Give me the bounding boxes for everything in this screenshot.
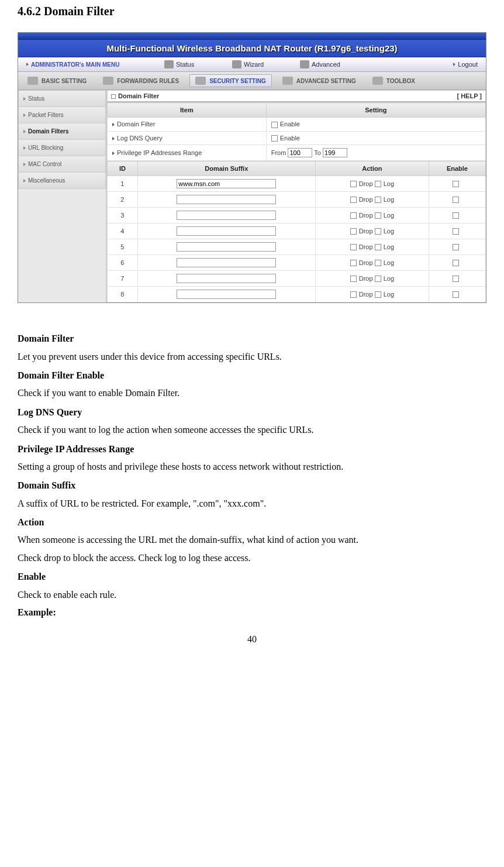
menu-status[interactable]: Status <box>160 59 224 70</box>
drop-label: Drop <box>359 243 373 250</box>
domain-suffix-input[interactable] <box>177 242 276 252</box>
sidebar-item-mac-control[interactable]: MAC Control <box>18 156 106 173</box>
row-log-dns-label: Log DNS Query <box>108 131 267 145</box>
rule-enable-checkbox[interactable] <box>453 197 459 203</box>
row-priv-ip-value: From To <box>266 145 485 161</box>
drop-checkbox[interactable] <box>350 181 357 187</box>
sidebar-item-status[interactable]: Status <box>18 90 106 107</box>
heading-domain-filter: Domain Filter <box>18 331 486 346</box>
text: Check if you want to enable Domain Filte… <box>18 386 486 401</box>
drop-checkbox[interactable] <box>350 260 357 266</box>
to-label: To <box>314 149 321 156</box>
tab-forwarding-rules[interactable]: FORWARDING RULES <box>97 74 185 87</box>
menu-label: Status <box>176 61 194 68</box>
drop-checkbox[interactable] <box>350 197 357 203</box>
col-action: Action <box>315 161 429 176</box>
sidebar-item-label: MAC Control <box>28 161 61 167</box>
drop-checkbox[interactable] <box>350 212 357 219</box>
row-enable-cell <box>429 223 485 239</box>
tab-label: FORWARDING RULES <box>117 78 179 84</box>
tab-toolbox[interactable]: TOOLBOX <box>367 74 421 87</box>
domain-suffix-input[interactable] <box>177 290 276 299</box>
log-checkbox[interactable] <box>375 291 381 298</box>
sidebar-item-packet-filters[interactable]: Packet Filters <box>18 107 106 123</box>
settings-table: Item Setting Domain Filter Enable Log DN… <box>107 102 486 161</box>
rule-enable-checkbox[interactable] <box>453 291 459 298</box>
tab-label: BASIC SETTING <box>42 78 87 84</box>
sidebar-item-domain-filters[interactable]: Domain Filters <box>18 123 106 140</box>
text: When someone is accessing the URL met th… <box>18 532 486 548</box>
row-id: 1 <box>108 176 138 192</box>
row-id: 7 <box>108 271 138 287</box>
log-checkbox[interactable] <box>375 244 381 250</box>
rule-enable-checkbox[interactable] <box>453 212 459 219</box>
triangle-icon <box>23 146 26 150</box>
text: Check if you want to log the action when… <box>18 422 486 438</box>
domain-filter-enable-checkbox[interactable] <box>271 122 278 128</box>
page-number: 40 <box>18 634 486 645</box>
rule-enable-checkbox[interactable] <box>453 244 459 250</box>
wizard-icon <box>232 60 241 68</box>
log-checkbox[interactable] <box>375 276 381 282</box>
toolbox-icon <box>372 77 383 85</box>
log-label: Log <box>384 228 394 235</box>
settings-tab-bar: BASIC SETTING FORWARDING RULES SECURITY … <box>18 72 486 90</box>
drop-checkbox[interactable] <box>350 244 357 250</box>
log-dns-enable-checkbox[interactable] <box>271 135 278 142</box>
priv-ip-from-input[interactable] <box>288 148 312 157</box>
text: A suffix of URL to be restricted. For ex… <box>18 496 486 511</box>
security-icon <box>195 77 206 85</box>
menu-logout[interactable]: Logout <box>448 60 482 69</box>
priv-ip-to-input[interactable] <box>323 148 347 157</box>
drop-label: Drop <box>359 259 373 266</box>
domain-suffix-input[interactable] <box>177 179 276 188</box>
table-row: 2Drop Log <box>108 192 486 208</box>
triangle-icon <box>26 63 29 66</box>
triangle-icon <box>453 63 455 66</box>
drop-label: Drop <box>359 291 373 298</box>
rule-enable-checkbox[interactable] <box>453 228 459 235</box>
settings-panel: Domain Filter [ HELP ] Item Setting Doma… <box>106 90 486 302</box>
domain-suffix-input[interactable] <box>177 274 276 283</box>
log-checkbox[interactable] <box>375 260 381 266</box>
menu-advanced[interactable]: Advanced <box>295 59 371 70</box>
sidebar-item-url-blocking[interactable]: URL Blocking <box>18 140 106 156</box>
rule-enable-checkbox[interactable] <box>453 260 459 266</box>
drop-checkbox[interactable] <box>350 276 357 282</box>
tab-security-setting[interactable]: SECURITY SETTING <box>189 74 272 87</box>
log-checkbox[interactable] <box>375 197 381 203</box>
forwarding-icon <box>103 77 113 85</box>
log-checkbox[interactable] <box>375 228 381 235</box>
sidebar-item-label: URL Blocking <box>28 144 63 151</box>
row-suffix-cell <box>137 239 315 255</box>
panel-title: Domain Filter <box>111 92 159 99</box>
domain-suffix-input[interactable] <box>177 226 276 236</box>
row-suffix-cell <box>137 287 315 302</box>
row-enable-cell <box>429 192 485 208</box>
text: Check to enable each rule. <box>18 587 486 603</box>
rule-enable-checkbox[interactable] <box>453 276 459 282</box>
row-enable-cell <box>429 239 485 255</box>
menu-wizard[interactable]: Wizard <box>227 59 292 70</box>
log-checkbox[interactable] <box>375 181 381 187</box>
row-id: 6 <box>108 255 138 271</box>
domain-suffix-input[interactable] <box>177 211 276 220</box>
domain-suffix-input[interactable] <box>177 195 276 204</box>
help-link[interactable]: [ HELP ] <box>457 92 482 99</box>
col-item: Item <box>108 103 267 118</box>
drop-label: Drop <box>359 196 373 203</box>
text: Setting a group of hosts and privilege t… <box>18 459 486 474</box>
window-titlebar <box>18 33 486 40</box>
row-domain-filter-label: Domain Filter <box>108 118 267 132</box>
sidebar-item-miscellaneous[interactable]: Miscellaneous <box>18 173 106 189</box>
drop-checkbox[interactable] <box>350 228 357 235</box>
tab-advanced-setting[interactable]: ADVANCED SETTING <box>277 74 362 87</box>
advanced-icon <box>300 60 309 68</box>
rule-enable-checkbox[interactable] <box>453 181 459 187</box>
domain-suffix-input[interactable] <box>177 258 276 267</box>
tab-basic-setting[interactable]: BASIC SETTING <box>22 74 92 87</box>
drop-checkbox[interactable] <box>350 291 357 298</box>
heading-enable: Enable <box>18 569 486 584</box>
log-checkbox[interactable] <box>375 212 381 219</box>
panel-header: Domain Filter [ HELP ] <box>107 90 486 102</box>
